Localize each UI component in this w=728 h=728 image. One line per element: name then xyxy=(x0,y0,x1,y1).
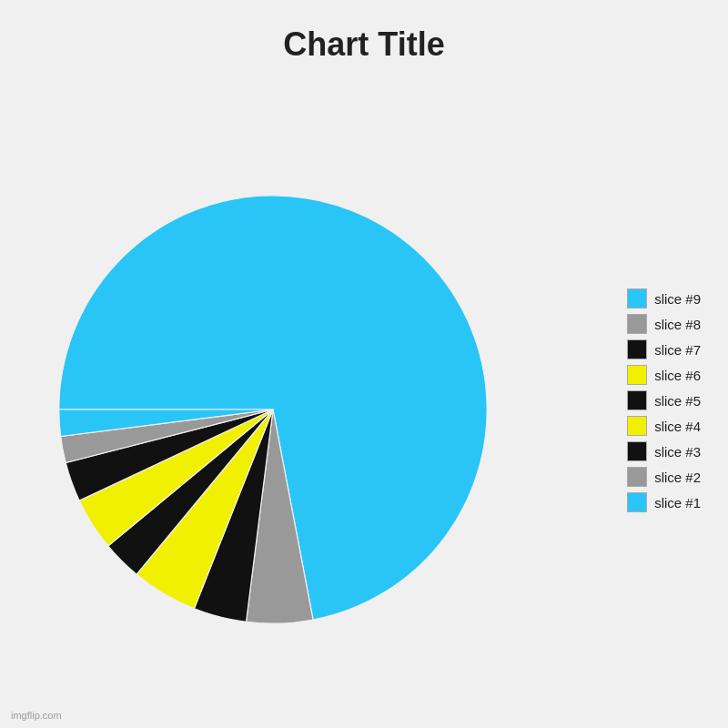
legend-swatch xyxy=(627,467,647,487)
legend-label: slice #5 xyxy=(654,393,701,409)
legend-item: slice #1 xyxy=(627,492,701,512)
legend-swatch xyxy=(627,390,647,410)
chart-title: Chart Title xyxy=(283,25,444,64)
legend-swatch xyxy=(627,288,647,308)
chart-area: slice #9slice #8slice #7slice #6slice #5… xyxy=(0,73,728,728)
legend-item: slice #9 xyxy=(627,288,701,308)
legend-label: slice #2 xyxy=(654,470,701,485)
legend-item: slice #7 xyxy=(627,339,701,359)
legend-label: slice #7 xyxy=(654,342,701,358)
legend-swatch xyxy=(627,314,647,334)
legend-label: slice #4 xyxy=(654,419,701,434)
watermark: imgflip.com xyxy=(11,710,62,721)
legend-swatch xyxy=(627,492,647,512)
legend-item: slice #3 xyxy=(627,441,701,461)
legend: slice #9slice #8slice #7slice #6slice #5… xyxy=(627,288,701,512)
legend-label: slice #3 xyxy=(654,444,701,460)
legend-label: slice #6 xyxy=(654,368,701,383)
legend-item: slice #2 xyxy=(627,467,701,487)
legend-swatch xyxy=(627,365,647,385)
pie-chart xyxy=(55,191,491,628)
legend-swatch xyxy=(627,339,647,359)
legend-item: slice #8 xyxy=(627,314,701,334)
page-container: Chart Title slice #9slice #8slice #7slic… xyxy=(0,0,728,728)
legend-item: slice #6 xyxy=(627,365,701,385)
legend-swatch xyxy=(627,416,647,436)
legend-item: slice #4 xyxy=(627,416,701,436)
legend-item: slice #5 xyxy=(627,390,701,410)
legend-swatch xyxy=(627,441,647,461)
legend-label: slice #9 xyxy=(654,291,701,307)
legend-label: slice #8 xyxy=(654,317,701,332)
legend-label: slice #1 xyxy=(654,495,701,511)
